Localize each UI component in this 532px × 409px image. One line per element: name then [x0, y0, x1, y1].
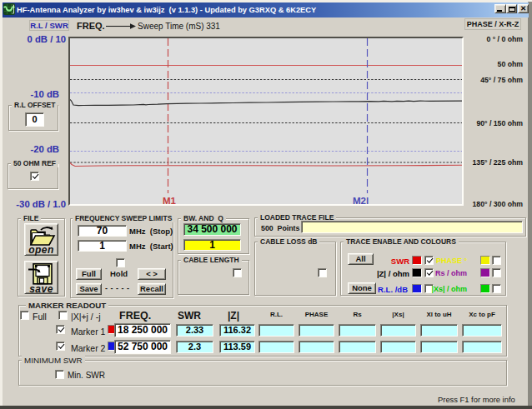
- svg-text:M2|: M2|: [353, 196, 369, 204]
- svg-text:M1: M1: [163, 196, 177, 204]
